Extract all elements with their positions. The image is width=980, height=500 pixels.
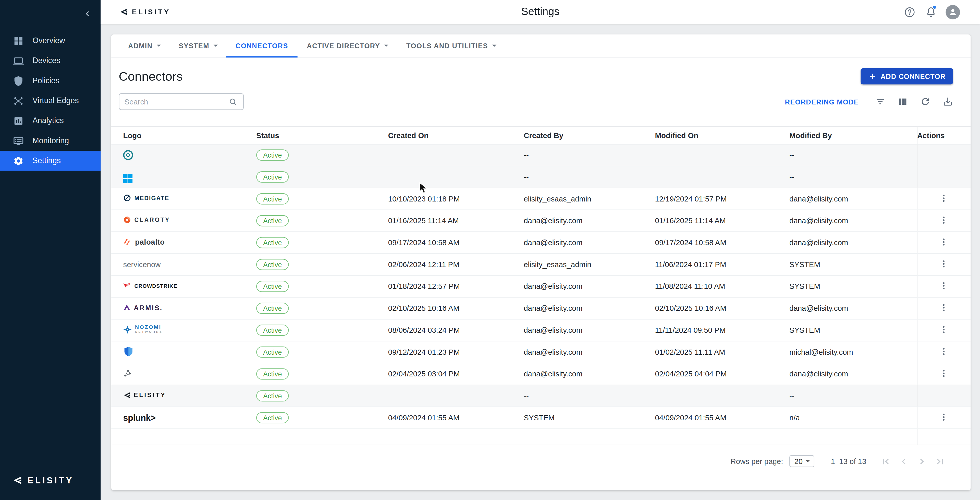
- connector-logo-medigate: MEDIGATE: [123, 194, 169, 202]
- modified-on-cell: 02/04/2025 04:04 PM: [655, 363, 790, 385]
- connector-row: servicenowActive02/06/2024 12:11 PMelisi…: [111, 254, 970, 276]
- sidebar-item-settings[interactable]: Settings: [0, 151, 100, 171]
- row-actions-menu-button[interactable]: [939, 259, 949, 268]
- chevron-left-button[interactable]: [898, 455, 909, 467]
- status-badge: Active: [256, 368, 289, 379]
- row-actions-menu-button[interactable]: [939, 412, 949, 422]
- pagination-range: 1–13 of 13: [831, 457, 866, 465]
- logo-cell: ELISITY: [111, 385, 256, 407]
- connector-logo-nozomi: NOZOMINETWORKS: [123, 325, 163, 334]
- logo-cell: ARMIS.: [111, 297, 256, 319]
- created-by-cell: dana@elisity.com: [524, 319, 655, 341]
- tab-system[interactable]: SYSTEM: [169, 35, 226, 58]
- sidebar-nav: OverviewDevicesPoliciesVirtual EdgesAnal…: [0, 0, 100, 171]
- status-cell: Active: [256, 341, 388, 363]
- refresh-button[interactable]: [920, 96, 931, 107]
- row-actions-menu-button[interactable]: [939, 193, 949, 203]
- analytics-icon: [13, 115, 24, 126]
- connector-logo-servicenow: servicenow: [123, 260, 161, 269]
- modified-by-cell: dana@elisity.com: [789, 232, 917, 254]
- tab-admin[interactable]: ADMIN: [119, 35, 169, 58]
- status-cell: Active: [256, 297, 388, 319]
- sidebar-item-policies[interactable]: Policies: [0, 71, 100, 91]
- reordering-mode-button[interactable]: REORDERING MODE: [785, 98, 859, 105]
- row-actions-menu-button[interactable]: [939, 302, 949, 312]
- sidebar-item-label: Virtual Edges: [32, 96, 79, 105]
- settings-tabs: ADMINSYSTEMCONNECTORSACTIVE DIRECTORYTOO…: [111, 35, 970, 58]
- row-actions-menu-button[interactable]: [939, 280, 949, 290]
- modified-by-cell: dana@elisity.com: [789, 188, 917, 210]
- row-actions-menu-button[interactable]: [939, 324, 949, 334]
- page-header-title: Settings: [100, 6, 980, 18]
- help-icon: [904, 6, 915, 18]
- chevron-left-icon: [898, 455, 909, 467]
- search-box[interactable]: [119, 93, 244, 110]
- logo-cell: [111, 144, 256, 166]
- column-header-modified-on: Modified On: [655, 127, 790, 144]
- created-by-cell: elisity_esaas_admin: [524, 254, 655, 276]
- status-badge: Active: [256, 149, 289, 161]
- logo-cell: CROWDSTRIKE: [111, 276, 256, 297]
- sidebar-item-virtual-edges[interactable]: Virtual Edges: [0, 91, 100, 110]
- columns-button[interactable]: [897, 96, 908, 107]
- tab-connectors[interactable]: CONNECTORS: [226, 35, 298, 58]
- column-header-status: Status: [256, 127, 388, 144]
- filter-button[interactable]: [875, 96, 886, 107]
- modified-by-cell: --: [789, 166, 917, 188]
- top-bar: ELISITY Settings: [100, 0, 980, 24]
- actions-cell: [917, 254, 971, 276]
- columns-icon: [897, 96, 908, 107]
- row-actions-menu-button[interactable]: [939, 215, 949, 225]
- app-root: OverviewDevicesPoliciesVirtual EdgesAnal…: [0, 0, 980, 500]
- add-connector-label: ADD CONNECTOR: [880, 72, 945, 80]
- last-page-button[interactable]: [934, 455, 945, 467]
- created-by-cell: dana@elisity.com: [524, 276, 655, 297]
- connector-row: paloaltoActive09/17/2024 10:58 AMdana@el…: [111, 232, 970, 254]
- table-controls: REORDERING MODE: [111, 85, 970, 110]
- modified-on-cell: 12/19/2024 01:57 PM: [655, 188, 790, 210]
- created-on-cell: 02/04/2025 03:04 PM: [388, 363, 524, 385]
- rows-per-page-select[interactable]: 20: [789, 455, 815, 467]
- column-header-actions: Actions: [917, 127, 971, 144]
- sidebar-collapse-button[interactable]: [81, 7, 94, 21]
- chevron-down-icon: [381, 40, 391, 50]
- toolbar-icons: [875, 96, 953, 107]
- sidebar-item-analytics[interactable]: Analytics: [0, 110, 100, 131]
- connector-row: ARMIS.Active02/10/2025 10:16 AMdana@elis…: [111, 297, 970, 319]
- notifications-button[interactable]: [924, 6, 937, 18]
- sidebar-item-overview[interactable]: Overview: [0, 30, 100, 51]
- created-by-cell: --: [524, 166, 655, 188]
- created-by-cell: dana@elisity.com: [524, 232, 655, 254]
- row-actions-menu-button[interactable]: [939, 237, 949, 247]
- modified-by-cell: SYSTEM: [789, 254, 917, 276]
- add-connector-button[interactable]: ADD CONNECTOR: [861, 68, 953, 85]
- tab-label: SYSTEM: [179, 42, 210, 49]
- sidebar-item-monitoring[interactable]: Monitoring: [0, 131, 100, 151]
- row-actions-menu-button[interactable]: [939, 368, 949, 378]
- help-button[interactable]: [903, 6, 916, 18]
- logo-cell: servicenow: [111, 254, 256, 276]
- tab-active-directory[interactable]: ACTIVE DIRECTORY: [298, 35, 397, 58]
- modified-by-cell: SYSTEM: [789, 319, 917, 341]
- user-avatar-button[interactable]: [945, 5, 960, 19]
- first-page-button[interactable]: [880, 455, 891, 467]
- dashboard-icon: [13, 35, 24, 46]
- tab-label: TOOLS AND UTILITIES: [406, 42, 488, 49]
- top-actions: [903, 5, 960, 19]
- status-badge: Active: [256, 237, 289, 248]
- sidebar-item-devices[interactable]: Devices: [0, 51, 100, 70]
- sidebar: OverviewDevicesPoliciesVirtual EdgesAnal…: [0, 0, 100, 500]
- search-input[interactable]: [124, 97, 224, 106]
- modified-by-cell: --: [789, 144, 917, 166]
- download-button[interactable]: [942, 96, 953, 107]
- connector-row: ELISITYActive----: [111, 385, 970, 407]
- connectors-table: LogoStatusCreated OnCreated ByModified O…: [111, 126, 970, 445]
- chevron-down-icon: [210, 40, 221, 50]
- chevron-right-button[interactable]: [916, 455, 928, 467]
- actions-cell: [917, 210, 971, 232]
- tab-tools-and-utilities[interactable]: TOOLS AND UTILITIES: [397, 35, 505, 58]
- created-on-cell: [388, 144, 524, 166]
- modified-on-cell: 01/02/2025 11:11 AM: [655, 341, 790, 363]
- column-header-created-on: Created On: [388, 127, 524, 144]
- row-actions-menu-button[interactable]: [939, 346, 949, 356]
